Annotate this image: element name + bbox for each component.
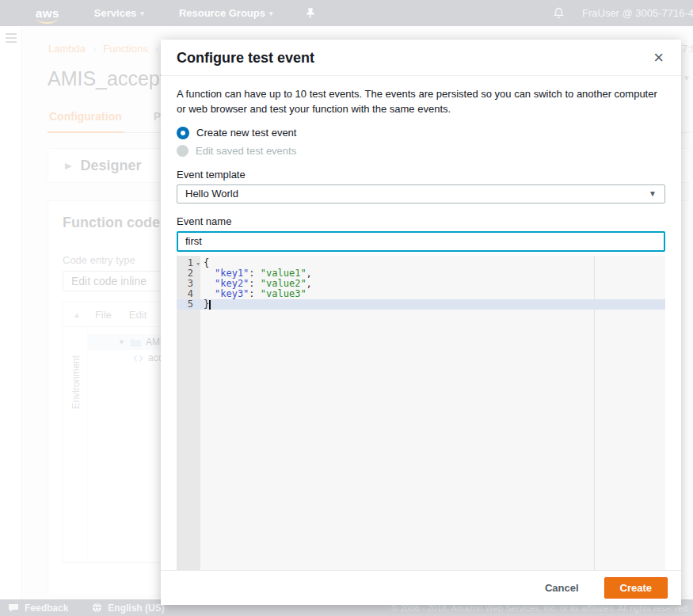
radio-disabled-icon [177, 145, 188, 157]
create-button[interactable]: Create [604, 577, 668, 599]
radio-edit-label: Edit saved test events [196, 145, 296, 157]
dropdown-arrow-icon: ▼ [649, 189, 657, 198]
configure-test-event-dialog: Configure test event × A function can ha… [161, 40, 681, 605]
event-name-label: Event name [177, 215, 665, 227]
code-line: 4 "key3": "value3" [177, 289, 665, 299]
dialog-title: Configure test event [177, 50, 314, 67]
code-text: "key3": "value3" [200, 289, 307, 299]
line-number: 1 [188, 257, 193, 268]
code-text: { [200, 258, 209, 268]
event-template-value: Hello World [185, 188, 238, 200]
cancel-button[interactable]: Cancel [540, 581, 584, 595]
event-template-select[interactable]: Hello World ▼ [177, 184, 665, 203]
radio-create-label: Create new test event [196, 127, 296, 139]
close-icon: × [653, 48, 664, 67]
json-editor[interactable]: 1▾ { 2 "key1": "value1", 3 "key2": "valu… [177, 256, 665, 570]
line-number: 4 [177, 289, 200, 299]
code-text: } [200, 299, 211, 310]
dialog-description: A function can have up to 10 test events… [177, 87, 665, 117]
code-line-active: 5 } [177, 299, 665, 310]
text-cursor [209, 300, 211, 310]
radio-edit-saved-test-events[interactable]: Edit saved test events [177, 145, 665, 157]
close-button[interactable]: × [652, 49, 665, 67]
event-name-input[interactable] [177, 231, 665, 252]
radio-selected-icon[interactable] [177, 127, 189, 139]
line-number: 2 [177, 268, 200, 279]
line-number: 5 [177, 299, 200, 310]
line-number: 3 [177, 279, 200, 289]
event-template-label: Event template [177, 169, 665, 181]
radio-create-new-test-event[interactable]: Create new test event [177, 127, 665, 139]
